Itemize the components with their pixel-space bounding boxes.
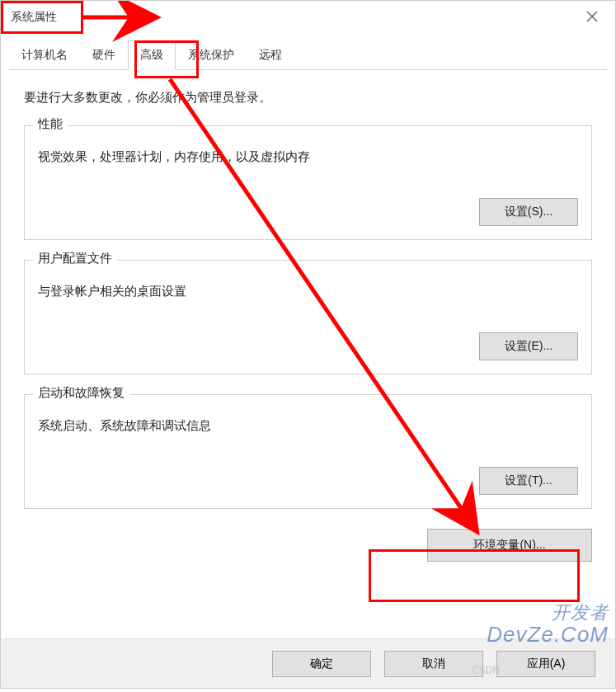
group-desc-startup-recovery: 系统启动、系统故障和调试信息 xyxy=(38,418,578,434)
tab-computer-name[interactable]: 计算机名 xyxy=(9,40,80,69)
close-icon xyxy=(586,9,598,26)
group-desc-performance: 视觉效果，处理器计划，内存使用，以及虚拟内存 xyxy=(38,149,578,165)
group-user-profiles: 用户配置文件 与登录帐户相关的桌面设置 设置(E)... xyxy=(24,260,592,374)
user-profiles-settings-button[interactable]: 设置(E)... xyxy=(479,332,578,360)
group-title-user-profiles: 用户配置文件 xyxy=(33,251,117,266)
tab-remote[interactable]: 远程 xyxy=(247,40,294,69)
admin-note: 要进行大多数更改，你必须作为管理员登录。 xyxy=(24,90,592,106)
ok-button[interactable]: 确定 xyxy=(272,651,371,677)
group-title-performance: 性能 xyxy=(33,116,68,132)
startup-recovery-settings-button[interactable]: 设置(T)... xyxy=(479,467,578,495)
tab-strip: 计算机名 硬件 高级 系统保护 远程 xyxy=(9,40,607,70)
tab-system-protection[interactable]: 系统保护 xyxy=(176,40,247,69)
tab-hardware[interactable]: 硬件 xyxy=(80,40,128,69)
group-title-startup-recovery: 启动和故障恢复 xyxy=(33,385,129,401)
group-desc-user-profiles: 与登录帐户相关的桌面设置 xyxy=(38,284,578,299)
performance-settings-button[interactable]: 设置(S)... xyxy=(479,198,578,226)
group-startup-recovery: 启动和故障恢复 系统启动、系统故障和调试信息 设置(T)... xyxy=(24,394,592,509)
dialog-buttons: 确定 取消 应用(A) xyxy=(1,638,615,688)
titlebar: 系统属性 xyxy=(1,1,615,34)
window-title: 系统属性 xyxy=(11,10,57,25)
group-performance: 性能 视觉效果，处理器计划，内存使用，以及虚拟内存 设置(S)... xyxy=(24,125,592,240)
apply-button[interactable]: 应用(A) xyxy=(496,651,595,677)
close-button[interactable] xyxy=(576,5,609,30)
cancel-button[interactable]: 取消 xyxy=(384,651,483,677)
tab-panel-advanced: 要进行大多数更改，你必须作为管理员登录。 性能 视觉效果，处理器计划，内存使用，… xyxy=(1,70,615,575)
environment-variables-button[interactable]: 环境变量(N)... xyxy=(427,529,592,562)
system-properties-window: 系统属性 计算机名 硬件 高级 系统保护 远程 要进行大多数更改，你必须作为管理… xyxy=(0,0,616,689)
tab-advanced[interactable]: 高级 xyxy=(128,40,176,70)
watermark-line1: 开发者 xyxy=(487,603,609,623)
